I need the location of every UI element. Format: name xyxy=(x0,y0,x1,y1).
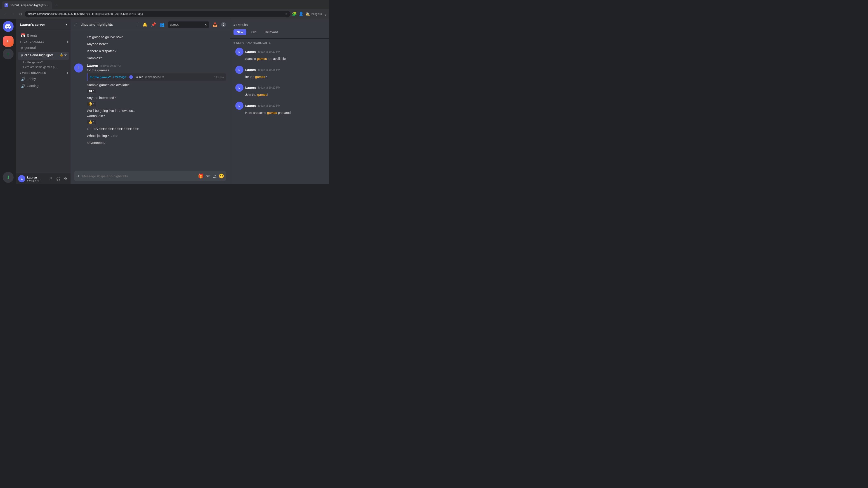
search-result-highlight: games xyxy=(255,75,265,78)
gift-button[interactable]: 🎁 xyxy=(198,173,204,179)
search-input[interactable] xyxy=(170,23,204,26)
text-channels-header[interactable]: ▾ TEXT CHANNELS + xyxy=(16,39,70,45)
extensions-icon[interactable]: 🧩 xyxy=(292,11,297,17)
add-server-button[interactable]: + xyxy=(3,48,13,59)
server-icon-laurens-server[interactable]: L xyxy=(3,36,13,47)
reaction-thumbsup[interactable]: 👍 1 xyxy=(87,120,96,125)
message-text: Who's joining? (edited) xyxy=(87,133,118,138)
search-box[interactable]: ✕ xyxy=(168,22,209,28)
search-result-text-after: ! xyxy=(267,93,268,96)
thread-item-here-are-some-games[interactable]: Here are some games p... xyxy=(21,65,70,69)
thread-icon[interactable]: ⌗ xyxy=(136,22,139,27)
channel-item-clips-and-highlights[interactable]: # clips-and-highlights 🔒 ⚙ xyxy=(18,52,69,60)
channel-hash-icon: # xyxy=(74,22,77,28)
search-result-avatar: L xyxy=(235,102,243,110)
events-item[interactable]: 📅 Events xyxy=(18,32,69,39)
message-row: Anyone interested? 😆 1 xyxy=(74,94,226,107)
message-text: Anyone interested? xyxy=(87,95,116,100)
user-panel: L Lauren moodjoy777 🎙 🎧 ⚙ xyxy=(16,173,70,184)
help-icon[interactable]: ? xyxy=(221,22,226,27)
filter-new-button[interactable]: New xyxy=(234,29,246,35)
filter-old-button[interactable]: Old xyxy=(248,29,260,35)
search-channel-name: clips-and-highlights xyxy=(236,41,271,44)
search-result-text-after: prepared! xyxy=(277,111,291,115)
reaction-laugh[interactable]: 😆 1 xyxy=(87,101,96,106)
tab-bar: D Discord | #clips-and-highlights ✕ + xyxy=(0,0,329,9)
channel-item-gaming[interactable]: 🔊 Gaming xyxy=(18,83,69,90)
discord-home-button[interactable] xyxy=(3,21,13,32)
search-result-time: Today at 10:20 PM xyxy=(258,104,280,107)
download-apps-button[interactable]: ⬇ xyxy=(3,172,13,183)
message-text-sub: wanna join? xyxy=(87,113,136,118)
text-section-arrow: ▾ xyxy=(20,41,21,43)
add-text-channel-button[interactable]: + xyxy=(66,40,69,44)
edited-indicator: (edited) xyxy=(111,135,118,137)
add-attachment-button[interactable]: + xyxy=(76,173,81,179)
search-channel-hash-icon: # xyxy=(234,41,235,44)
search-result-text-after: are available! xyxy=(267,57,287,61)
user-settings-button[interactable]: ⚙ xyxy=(62,175,69,182)
deafen-button[interactable]: 🎧 xyxy=(55,175,61,182)
forward-button[interactable]: → xyxy=(9,11,16,17)
profile-icon[interactable]: 👤 xyxy=(299,11,304,17)
mute-button[interactable]: 🎙 xyxy=(48,175,54,182)
search-result-item-3[interactable]: L Lauren Today at 10:22 PM Join the game… xyxy=(232,81,327,99)
filter-relevant-button[interactable]: Relevant xyxy=(261,29,281,35)
message-input-field[interactable] xyxy=(81,172,198,180)
message-header: Lauren Today at 10:25 PM xyxy=(87,64,226,67)
search-result-item-1[interactable]: L Lauren Today at 10:27 PM Sample games … xyxy=(232,45,327,64)
browser-chrome: D Discord | #clips-and-highlights ✕ + ← … xyxy=(0,0,329,19)
speaker-icon-lobby: 🔊 xyxy=(21,77,25,82)
voice-channels-section: ▾ VOICE CHANNELS + 🔊 Lobby 🔊 Gaming xyxy=(16,70,70,90)
bell-icon[interactable]: 🔔 xyxy=(143,22,147,27)
channel-header-name: clips-and-highlights xyxy=(81,23,113,26)
reaction-count: 1 xyxy=(93,121,95,124)
pin-icon[interactable]: 📌 xyxy=(151,22,156,27)
search-result-header: L Lauren Today at 10:20 PM xyxy=(235,102,324,110)
reload-button[interactable]: ↻ xyxy=(17,11,24,17)
search-result-text: Join the games! xyxy=(235,93,324,97)
thread-item-for-the-games[interactable]: for the games? xyxy=(21,60,70,64)
channel-item-general[interactable]: # general xyxy=(18,45,69,52)
thread-user-avatar xyxy=(129,75,133,79)
gif-button[interactable]: GIF xyxy=(206,174,211,178)
active-tab[interactable]: D Discord | #clips-and-highlights ✕ xyxy=(2,1,52,9)
search-result-author: Lauren xyxy=(245,86,256,90)
back-button[interactable]: ← xyxy=(2,11,8,17)
reaction-emoji: 😆 xyxy=(88,102,92,106)
user-tag: moodjoy777 xyxy=(27,179,48,182)
reaction-eyes[interactable]: 👀 1 xyxy=(87,89,96,94)
search-result-text-before: for the xyxy=(245,75,255,78)
emoji-button[interactable]: 😊 xyxy=(219,173,224,179)
members-icon[interactable]: 👥 xyxy=(160,22,164,27)
thread-preview[interactable]: for the games? 1 Message › Lauren Welcom… xyxy=(87,73,226,80)
add-voice-channel-button[interactable]: + xyxy=(66,71,69,75)
results-count: 4 Results xyxy=(234,23,326,27)
search-result-header: L Lauren Today at 10:22 PM xyxy=(235,84,324,92)
search-result-item-4[interactable]: L Lauren Today at 10:20 PM Here are some… xyxy=(232,99,327,118)
more-menu-icon[interactable]: ⋮ xyxy=(324,12,327,16)
search-result-avatar: L xyxy=(235,48,243,56)
channel-settings-icon[interactable]: ⚙ xyxy=(64,53,67,57)
voice-channels-header[interactable]: ▾ VOICE CHANNELS + xyxy=(16,70,70,76)
filter-buttons: New Old Relevant xyxy=(234,29,326,35)
search-result-text: Sample games are available! xyxy=(235,57,324,61)
message-text: Samples? xyxy=(87,56,102,60)
address-bar[interactable]: discord.com/channels/1209141686953836584… xyxy=(25,11,290,18)
search-result-item-2[interactable]: L Lauren Today at 10:25 PM for the games… xyxy=(232,64,327,82)
discord-app: L + ⬇ Lauren's server ▾ 📅 Events ▾ TEXT … xyxy=(0,19,329,184)
server-list: L + ⬇ xyxy=(0,19,16,184)
chat-messages: I'm going to go live now: Anyone here? I… xyxy=(70,30,230,171)
inbox-icon[interactable]: 📥 xyxy=(213,22,217,27)
tab-close-button[interactable]: ✕ xyxy=(46,3,49,7)
chat-header: # clips-and-highlights ⌗ 🔔 📌 👥 ✕ 📥 ? xyxy=(70,19,230,30)
sticker-button[interactable]: 🗂 xyxy=(212,173,217,179)
bookmark-icon[interactable]: ☆ xyxy=(285,12,288,16)
tab-title: Discord | #clips-and-highlights xyxy=(9,4,46,7)
search-clear-button[interactable]: ✕ xyxy=(204,23,207,26)
server-header[interactable]: Lauren's server ▾ xyxy=(16,19,70,30)
new-tab-button[interactable]: + xyxy=(53,2,59,8)
speaker-icon-gaming: 🔊 xyxy=(21,84,25,89)
channel-item-lobby[interactable]: 🔊 Lobby xyxy=(18,76,69,83)
search-result-text: for the games? xyxy=(235,75,324,79)
